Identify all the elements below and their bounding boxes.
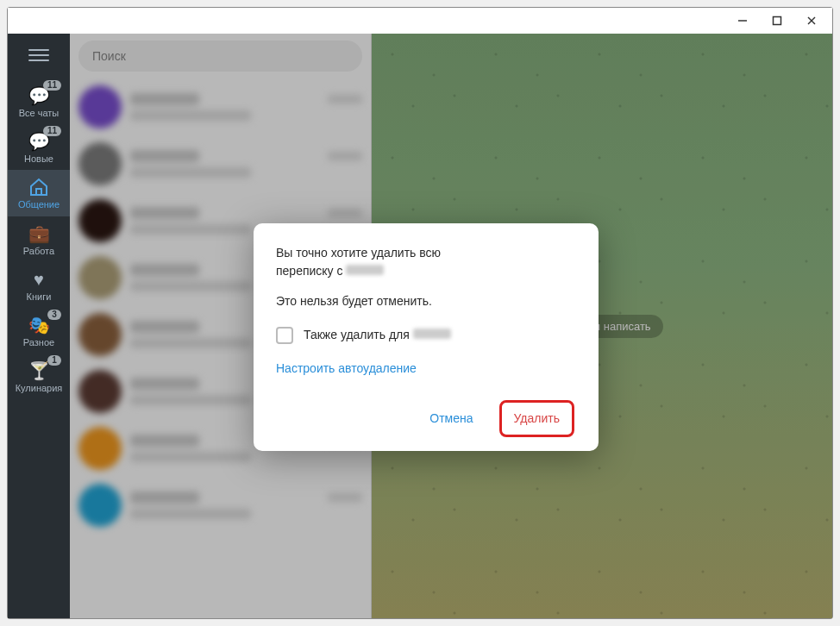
cancel-button[interactable]: Отмена [423,404,480,433]
folder-label: Книги [25,291,53,303]
minimize-button[interactable] [725,9,760,33]
folder-label: Общение [16,199,61,210]
folder-cooking[interactable]: 1 🍸 Кулинария [8,354,70,399]
mask-icon: 🎭 [28,315,50,335]
cocktail-icon: 🍸 [28,360,50,381]
folder-work[interactable]: 💼 Работа [8,216,70,262]
folder-misc[interactable]: 3 🎭 Разное [8,308,70,354]
folder-chat[interactable]: Общение [8,170,70,216]
folder-new[interactable]: 11 💬 Новые [8,124,70,170]
maximize-button[interactable] [760,9,794,33]
delete-chat-dialog: Вы точно хотите удалить всю переписку с … [254,223,599,451]
chat-row[interactable]: xxxxxxxxxxxxxx [70,78,371,135]
dialog-warning: Это нельзя будет отменить. [276,292,576,310]
dialog-message: Вы точно хотите удалить всю переписку с [276,244,576,280]
app-window: 11 💬 Все чаты 11 💬 Новые Общение 💼 Работ… [7,7,833,619]
folder-badge: 11 [43,80,61,91]
contact-name-blurred [346,265,384,275]
checkbox-label: Также удалить для [304,326,451,344]
checkbox[interactable] [276,327,293,344]
heart-icon: ♥ [34,269,44,290]
briefcase-icon: 💼 [28,223,50,244]
chat-row[interactable]: xxxxxxxxxxxxxx [70,135,371,192]
also-delete-checkbox-row[interactable]: Также удалить для [276,326,576,344]
folder-badge: 11 [43,126,61,136]
contact-name-blurred [413,329,451,339]
home-icon [28,177,49,197]
menu-button[interactable] [22,42,56,68]
svg-rect-1 [774,17,781,25]
autodelete-link[interactable]: Настроить автоудаление [276,360,417,378]
search-input[interactable]: Поиск [78,41,362,72]
chat-row[interactable]: xxxxxxxxxxxxxx [70,477,371,534]
delete-button[interactable]: Удалить [499,400,574,437]
folder-books[interactable]: ♥ Книги [8,262,70,308]
folder-label: Кулинария [14,383,65,394]
folder-badge: 1 [47,355,61,366]
folder-label: Новые [22,153,55,165]
titlebar [8,8,832,34]
folder-all-chats[interactable]: 11 💬 Все чаты [8,78,70,124]
folder-badge: 3 [47,310,61,320]
folder-label: Все чаты [17,108,61,119]
folder-label: Работа [22,246,56,257]
folder-label: Разное [22,337,56,348]
close-button[interactable] [794,9,829,33]
folder-sidebar: 11 💬 Все чаты 11 💬 Новые Общение 💼 Работ… [8,34,70,618]
